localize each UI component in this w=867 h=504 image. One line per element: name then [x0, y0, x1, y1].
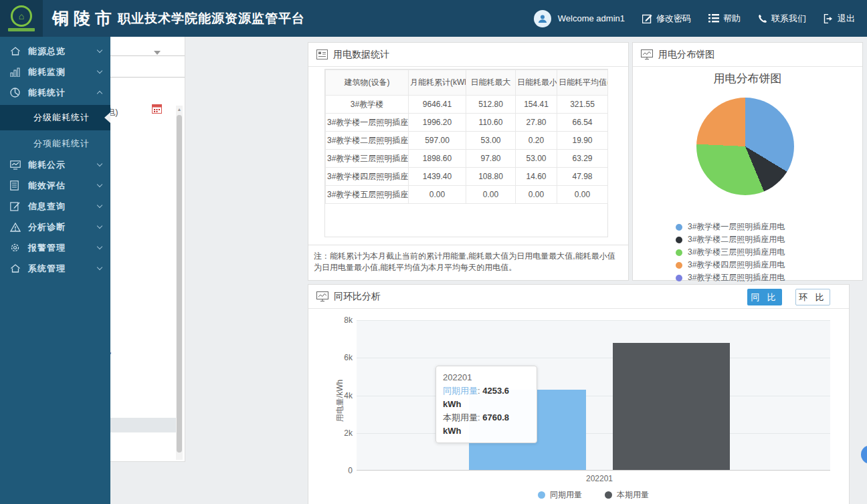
sidebar-item-2[interactable]: 能耗统计	[0, 82, 110, 103]
table-panel-title: 用电数据统计	[333, 49, 389, 61]
gear-icon	[10, 243, 21, 253]
pie-legend-item-3[interactable]: 3#教学楼四层照明插座用电	[676, 259, 785, 271]
sidebar-subitem-2-0[interactable]: 分级能耗统计	[0, 105, 110, 130]
value-cell: 9646.41	[409, 96, 466, 114]
pie-legend-item-1[interactable]: 3#教学楼二层照明插座用电	[676, 233, 785, 246]
header-action-1[interactable]: 帮助	[708, 13, 741, 25]
pie-chart-icon	[10, 88, 21, 98]
pie-panel-title: 用电分布饼图	[658, 49, 714, 61]
app-header: ⌂ 铜陵市 职业技术学院能源资源监管平台 Welcome admin1 修改密码…	[0, 0, 867, 37]
sidebar-subitem-2-1[interactable]: 分项能耗统计	[0, 132, 110, 154]
building-name-cell: 3#教学楼四层照明插座用	[326, 168, 409, 186]
chart-panel-icon	[316, 291, 328, 301]
chevron-down-icon	[97, 47, 102, 53]
pie-distribution-panel: 用电分布饼图 用电分布饼图 3#教学楼一层照明插座用电3#教学楼二层照明插座用电…	[632, 42, 863, 281]
logo-caption-strip	[8, 28, 35, 31]
header-action-3[interactable]: 退出	[824, 13, 855, 25]
sidebar-item-label: 能耗公示	[28, 159, 66, 171]
sidebar-item-7[interactable]: 报警管理	[0, 237, 110, 258]
header-action-label: 退出	[838, 13, 855, 25]
table-row: 3#教学楼三层照明插座用1898.6097.8053.0063.29	[326, 150, 608, 168]
sidebar-item-label: 报警管理	[28, 242, 66, 254]
yoy-button[interactable]: 同 比	[747, 289, 782, 305]
mom-button[interactable]: 环 比	[795, 289, 830, 305]
scroll-up-arrow-icon[interactable]: ▲	[176, 106, 183, 114]
chevron-down-icon	[97, 244, 102, 249]
sidebar-item-6[interactable]: 分析诊断	[0, 217, 110, 237]
value-cell: 97.80	[466, 150, 516, 168]
legend-label: 本期用量	[617, 489, 649, 501]
sidebar-item-1[interactable]: 能耗监测	[0, 61, 110, 82]
gridline	[357, 320, 830, 321]
warning-icon	[10, 223, 21, 232]
tooltip-row-current: 本期用量: 6760.8 kWh	[443, 411, 530, 438]
page: ⌂ 铜陵市 职业技术学院能源资源监管平台 Welcome admin1 修改密码…	[0, 0, 867, 504]
value-cell: 0.00	[557, 186, 608, 204]
legend-dot	[605, 491, 612, 499]
scrollbar-thumb[interactable]	[177, 115, 182, 453]
sidebar-item-label: 能耗监测	[28, 66, 66, 78]
value-cell: 19.90	[557, 132, 608, 150]
value-cell: 0.00	[516, 186, 557, 204]
bar-本期用量[interactable]	[613, 343, 730, 470]
column-header-2: 日能耗最大	[466, 70, 516, 96]
pie-legend-item-4[interactable]: 3#教学楼五层照明插座用电	[676, 271, 785, 284]
legend-dot	[538, 491, 545, 499]
user-avatar-icon	[534, 10, 551, 27]
sidebar-item-3[interactable]: 能耗公示	[0, 154, 110, 175]
legend-label: 同期用量	[550, 489, 582, 501]
y-axis-title: 用电量/kWh	[334, 380, 346, 422]
floating-action-button[interactable]	[861, 445, 867, 464]
y-tick-label: 0	[328, 466, 353, 475]
home-icon	[10, 46, 21, 56]
value-cell: 597.00	[409, 132, 466, 150]
bar-legend-item-0[interactable]: 同期用量	[538, 489, 582, 501]
value-cell: 110.60	[466, 114, 516, 132]
value-cell: 27.80	[516, 114, 557, 132]
monitor-chart-icon	[10, 160, 21, 170]
value-cell: 512.80	[466, 96, 516, 114]
value-cell: 1439.40	[409, 168, 466, 186]
table-row: 3#教学楼四层照明插座用1439.40108.8014.6047.98	[326, 168, 608, 186]
table-note: 注：能耗累计为本月截止当前的累计用能量,能耗最大值为日用电量最大值,能耗最小值为…	[308, 245, 628, 280]
gridline	[357, 433, 830, 434]
sidebar-item-label: 能效评估	[28, 180, 66, 192]
sidebar-item-5[interactable]: 信息查询	[0, 196, 110, 217]
header-action-label: 帮助	[723, 13, 741, 25]
tree-scrollbar[interactable]: ▲	[176, 106, 183, 460]
table-row: 3#教学楼一层照明插座用1996.20110.6027.8066.54	[326, 114, 608, 132]
bar-legend-item-1[interactable]: 本期用量	[605, 489, 649, 501]
legend-dot	[676, 237, 682, 243]
header-action-2[interactable]: 联系我们	[758, 13, 806, 25]
header-action-0[interactable]: 修改密码	[642, 13, 691, 25]
sidebar-item-0[interactable]: 能源总览	[0, 41, 110, 61]
chart-tooltip: 202201 同期用量: 4253.6 kWh 本期用量: 6760.8 kWh	[436, 366, 537, 443]
value-cell: 63.29	[557, 150, 608, 168]
chevron-down-icon[interactable]	[154, 51, 161, 58]
data-table-wrap: 建筑物(设备)月能耗累计(kWh日能耗最大日能耗最小日能耗平均值(kW3#教学楼…	[324, 69, 608, 237]
chevron-down-icon	[97, 161, 102, 166]
pie-legend-item-2[interactable]: 3#教学楼三层照明插座用电	[676, 246, 785, 259]
y-tick-label: 2k	[328, 428, 353, 438]
building-name-cell: 3#教学楼五层照明插座用	[326, 186, 409, 204]
welcome-text: Welcome admin1	[558, 13, 625, 23]
x-tick-label: 202201	[586, 474, 613, 483]
bar-chart-icon	[10, 68, 21, 77]
pie-legend-item-0[interactable]: 3#教学楼一层照明插座用电	[676, 221, 785, 233]
value-cell: 0.00	[466, 186, 516, 204]
logout-icon	[824, 14, 834, 23]
table-header-row: 建筑物(设备)月能耗累计(kWh日能耗最大日能耗最小日能耗平均值(kW	[326, 70, 608, 96]
header-action-label: 联系我们	[771, 13, 806, 25]
app-logo: ⌂	[0, 0, 43, 37]
chevron-down-icon	[97, 68, 102, 74]
home-icon	[10, 263, 21, 273]
legend-dot	[676, 249, 682, 256]
sidebar-item-4[interactable]: 能效评估	[0, 175, 110, 196]
building-name-cell: 3#教学楼三层照明插座用	[326, 150, 409, 168]
sidebar-item-8[interactable]: 系统管理	[0, 258, 110, 279]
tooltip-row-yoy: 同期用量: 4253.6 kWh	[443, 384, 530, 411]
pie-chart[interactable]	[696, 98, 794, 195]
gridline	[357, 396, 830, 396]
page-title: 职业技术学院能源资源监管平台	[118, 10, 305, 27]
data-table: 建筑物(设备)月能耗累计(kWh日能耗最大日能耗最小日能耗平均值(kW3#教学楼…	[325, 70, 608, 204]
